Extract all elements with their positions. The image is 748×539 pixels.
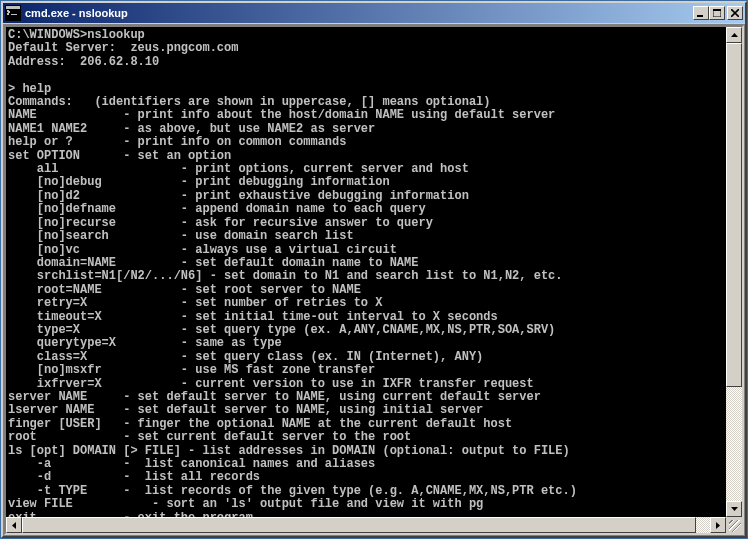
svg-rect-1 [6, 6, 20, 9]
maximize-button[interactable] [709, 6, 725, 20]
close-button[interactable] [727, 6, 743, 20]
scroll-down-button[interactable] [726, 501, 742, 517]
vertical-scroll-thumb[interactable] [726, 43, 742, 387]
window-frame: cmd.exe - nslookup C:\WINDOWS>nslookup D… [1, 1, 747, 538]
scroll-up-button[interactable] [726, 27, 742, 43]
size-grip[interactable] [726, 517, 742, 533]
cmd-app-icon [5, 5, 21, 21]
vertical-scrollbar[interactable] [726, 27, 742, 517]
horizontal-scrollbar[interactable] [6, 517, 726, 533]
svg-marker-11 [12, 522, 16, 529]
svg-rect-4 [7, 13, 9, 15]
horizontal-scroll-track[interactable] [22, 517, 710, 533]
window-title: cmd.exe - nslookup [25, 7, 693, 19]
titlebar[interactable]: cmd.exe - nslookup [3, 3, 745, 23]
window-buttons [693, 6, 743, 20]
svg-marker-12 [716, 522, 720, 529]
terminal-viewport: C:\WINDOWS>nslookup Default Server: zeus… [4, 25, 744, 535]
minimize-button[interactable] [693, 6, 709, 20]
svg-rect-3 [8, 11, 10, 13]
svg-marker-9 [731, 33, 738, 37]
horizontal-scroll-thumb[interactable] [22, 517, 696, 533]
svg-rect-5 [11, 14, 17, 15]
svg-rect-8 [713, 9, 721, 11]
vertical-scroll-track[interactable] [726, 43, 742, 501]
scroll-left-button[interactable] [6, 517, 22, 533]
svg-rect-6 [697, 15, 703, 17]
svg-marker-10 [731, 507, 738, 511]
scroll-right-button[interactable] [710, 517, 726, 533]
terminal-output[interactable]: C:\WINDOWS>nslookup Default Server: zeus… [6, 27, 726, 517]
client-area: C:\WINDOWS>nslookup Default Server: zeus… [3, 24, 745, 536]
